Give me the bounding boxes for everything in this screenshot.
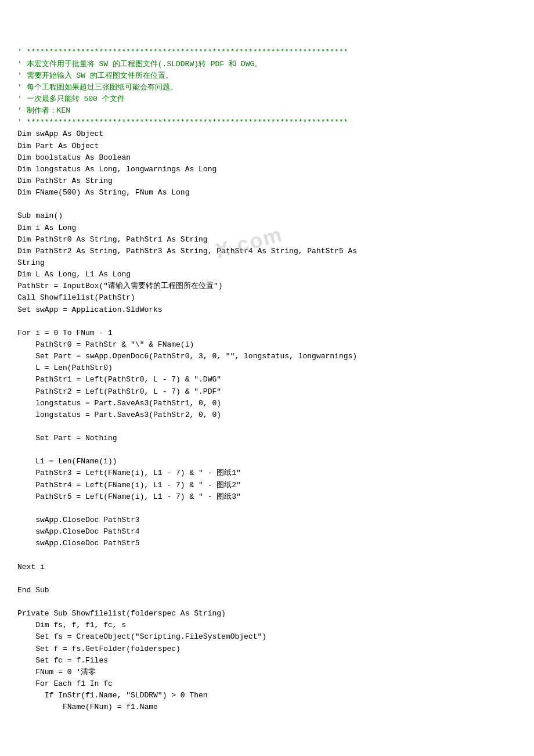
- code-line: L1 = Len(FName(i)): [17, 456, 517, 467]
- code-line: [17, 444, 517, 456]
- code-line: Sub main(): [17, 210, 517, 222]
- code-line: PathStr2 = Left(PathStr0, L - 7) & ".PDF…: [17, 386, 517, 398]
- code-line: Dim FName(500) As String, FNum As Long: [17, 187, 517, 199]
- code-line: ' 制作者：KEN: [17, 105, 517, 117]
- code-line: Dim longstatus As Long, longwarnings As …: [17, 164, 517, 175]
- code-line: Dim swApp As Object: [17, 128, 517, 140]
- code-line: L = Len(PathStr0): [17, 362, 517, 374]
- code-line: Dim i As Long: [17, 222, 517, 234]
- code-line: Private Sub Showfilelist(folderspec As S…: [17, 608, 517, 620]
- code-line: Next i: [17, 561, 517, 573]
- code-line: For i = 0 To FNum - 1: [17, 327, 517, 339]
- code-line: ' **************************************…: [17, 46, 517, 58]
- code-line: ' 一次最多只能转 500 个文件: [17, 93, 517, 105]
- code-line: Set fs = CreateObject("Scripting.FileSys…: [17, 631, 517, 643]
- code-line: PathStr3 = Left(FName(i), L1 - 7) & " - …: [17, 467, 517, 479]
- code-line: Dim Part As Object: [17, 141, 517, 152]
- code-line: FNum = 0 '清零: [17, 667, 517, 678]
- code-line: [17, 596, 517, 608]
- code-line: Dim PathStr2 As String, PathStr3 As Stri…: [17, 246, 517, 257]
- code-line: Set fc = f.Files: [17, 655, 517, 667]
- code-line: PathStr4 = Left(FName(i), L1 - 7) & " - …: [17, 480, 517, 491]
- code-line: End Sub: [17, 585, 517, 596]
- code-line: [17, 549, 517, 561]
- code-line: Dim PathStr As String: [17, 175, 517, 187]
- code-line: For Each f1 In fc: [17, 678, 517, 690]
- code-line: PathStr1 = Left(PathStr0, L - 7) & ".DWG…: [17, 374, 517, 386]
- code-line: swApp.CloseDoc PathStr5: [17, 538, 517, 549]
- code-line: Set swApp = Application.SldWorks: [17, 304, 517, 316]
- code-line: [17, 503, 517, 514]
- code-line: [17, 573, 517, 585]
- code-line: swApp.CloseDoc PathStr3: [17, 514, 517, 526]
- code-line: FName(FNum) = f1.Name: [17, 701, 517, 713]
- code-line: Dim L As Long, L1 As Long: [17, 269, 517, 280]
- code-line: ' **************************************…: [17, 117, 517, 128]
- code-content: ' **************************************…: [17, 46, 517, 713]
- code-line: swApp.CloseDoc PathStr4: [17, 526, 517, 538]
- code-line: If InStr(f1.Name, "SLDDRW") > 0 Then: [17, 690, 517, 701]
- code-line: PathStr = InputBox("请输入需要转的工程图所在位置"): [17, 280, 517, 292]
- code-line: PathStr5 = Left(FName(i), L1 - 7) & " - …: [17, 491, 517, 503]
- code-line: [17, 421, 517, 433]
- code-line: Dim boolstatus As Boolean: [17, 152, 517, 164]
- code-line: Set Part = Nothing: [17, 433, 517, 444]
- code-line: longstatus = Part.SaveAs3(PathStr1, 0, 0…: [17, 398, 517, 409]
- code-line: PathStr0 = PathStr & "\" & FName(i): [17, 339, 517, 351]
- code-line: Call Showfilelist(PathStr): [17, 292, 517, 304]
- code-line: ' 本宏文件用于批量将 SW 的工程图文件(.SLDDRW)转 PDF 和 DW…: [17, 59, 517, 70]
- code-line: Dim fs, f, f1, fc, s: [17, 620, 517, 631]
- code-line: Dim PathStr0 As String, PathStr1 As Stri…: [17, 234, 517, 246]
- code-editor: X.com ' ********************************…: [17, 12, 517, 725]
- code-line: Set f = fs.GetFolder(folderspec): [17, 643, 517, 655]
- code-line: String: [17, 257, 517, 269]
- code-line: ' 需要开始输入 SW 的工程图文件所在位置。: [17, 70, 517, 82]
- code-line: [17, 199, 517, 210]
- code-line: ' 每个工程图如果超过三张图纸可能会有问题。: [17, 82, 517, 93]
- code-line: [17, 316, 517, 327]
- code-line: longstatus = Part.SaveAs3(PathStr2, 0, 0…: [17, 409, 517, 421]
- code-line: Set Part = swApp.OpenDoc6(PathStr0, 3, 0…: [17, 351, 517, 362]
